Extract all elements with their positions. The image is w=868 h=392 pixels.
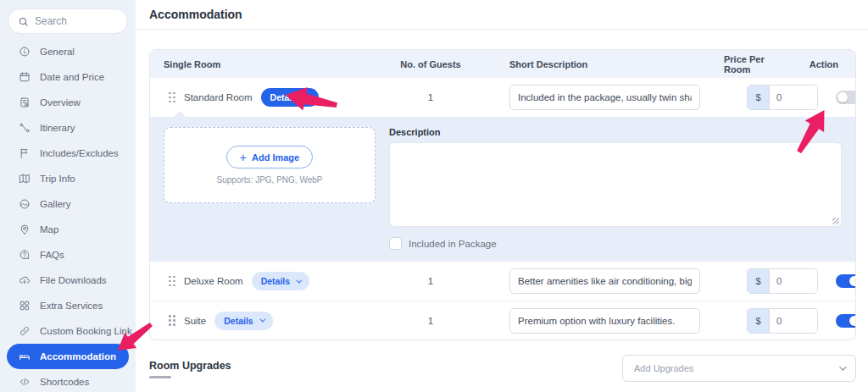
sidebar-item-map[interactable]: Map xyxy=(7,217,129,242)
room-enabled-toggle[interactable] xyxy=(836,274,856,288)
document-icon xyxy=(19,97,31,108)
map-icon xyxy=(19,173,31,185)
details-button-label: Details xyxy=(261,276,290,286)
sidebar-item-file-downloads[interactable]: File Downloads xyxy=(7,268,129,293)
add-upgrades-select[interactable]: Add Upgrades xyxy=(622,355,856,382)
sidebar-item-label: Date and Price xyxy=(40,72,104,82)
column-header-single-room: Single Room xyxy=(164,59,367,69)
image-upload-dropzone[interactable]: + Add Image Supports: JPG, PNG, WebP xyxy=(164,127,376,203)
page-title: Accommodation xyxy=(149,8,242,21)
room-details-panel: + Add Image Supports: JPG, PNG, WebP Des… xyxy=(150,117,855,262)
sidebar-item-label: General xyxy=(40,47,75,57)
table-row-standard-room: Standard Room Details 1 $ xyxy=(150,78,855,117)
chevron-up-icon xyxy=(304,96,310,102)
description-label: Description xyxy=(389,127,842,137)
table-row-suite: Suite Details 1 $ xyxy=(150,301,855,340)
sidebar-item-itinerary[interactable]: Itinerary xyxy=(7,115,129,141)
sidebar-item-label: Accommodation xyxy=(40,351,116,362)
details-button[interactable]: Details xyxy=(261,88,319,107)
guests-value: 1 xyxy=(367,92,494,102)
short-description-input[interactable] xyxy=(509,85,700,110)
room-enabled-toggle[interactable] xyxy=(836,314,856,328)
rooms-table: Single Room No. of Guests Short Descript… xyxy=(149,49,856,340)
guests-value: 1 xyxy=(367,276,494,286)
sidebar-item-includes-excludes[interactable]: Includes/Excludes xyxy=(7,141,129,166)
details-button[interactable]: Details xyxy=(214,312,272,330)
price-input[interactable] xyxy=(770,309,817,333)
sidebar-item-gallery[interactable]: Gallery xyxy=(7,191,129,217)
currency-prefix: $ xyxy=(748,86,770,109)
sidebar-item-accommodation[interactable]: Accommodation xyxy=(7,344,129,369)
details-button-label: Details xyxy=(224,316,253,326)
sidebar-item-faqs[interactable]: FAQs xyxy=(7,242,129,268)
sidebar-item-custom-booking-link[interactable]: Custom Booking Link xyxy=(7,318,129,344)
bed-icon xyxy=(19,351,31,362)
short-description-input[interactable] xyxy=(509,308,700,334)
add-upgrades-placeholder: Add Upgrades xyxy=(634,363,693,373)
sidebar-item-label: Map xyxy=(40,224,58,235)
price-input-group: $ xyxy=(747,308,818,334)
sidebar-item-general[interactable]: General xyxy=(7,39,129,64)
search-input[interactable] xyxy=(35,15,118,27)
sidebar-item-shortcodes[interactable]: Shortcodes xyxy=(7,369,129,392)
sidebar: General Date and Price Overview Itinerar… xyxy=(0,0,136,392)
price-input-group: $ xyxy=(747,268,818,294)
included-in-package-label: Included in Package xyxy=(409,239,497,249)
flag-icon xyxy=(19,147,31,159)
sidebar-item-label: Itinerary xyxy=(40,123,75,133)
price-input[interactable] xyxy=(770,86,817,109)
link-icon xyxy=(19,325,31,337)
room-name: Standard Room xyxy=(184,92,253,102)
calendar-icon xyxy=(19,71,31,83)
sidebar-item-label: Includes/Excludes xyxy=(40,148,119,158)
column-header-description: Short Description xyxy=(494,59,677,69)
grid-icon xyxy=(19,300,31,312)
add-image-button[interactable]: + Add Image xyxy=(226,146,313,168)
chevron-down-icon xyxy=(259,317,265,323)
route-icon xyxy=(19,122,31,134)
room-upgrades-title: Room Upgrades xyxy=(149,355,231,378)
add-image-label: Add Image xyxy=(252,152,299,163)
details-button[interactable]: Details xyxy=(252,272,309,290)
question-bubble-icon xyxy=(19,249,31,261)
room-name: Deluxe Room xyxy=(184,276,243,286)
room-name: Suite xyxy=(184,316,206,326)
room-enabled-toggle[interactable] xyxy=(836,91,856,104)
included-in-package-checkbox[interactable] xyxy=(389,237,402,250)
currency-prefix: $ xyxy=(748,309,770,333)
sidebar-item-trip-info[interactable]: Trip Info xyxy=(7,166,129,191)
info-icon xyxy=(19,46,31,58)
location-pin-icon xyxy=(19,224,31,235)
guests-value: 1 xyxy=(367,316,494,326)
chevron-down-icon xyxy=(839,363,846,370)
chevron-down-icon xyxy=(296,277,302,283)
supported-formats-text: Supports: JPG, PNG, WebP xyxy=(217,175,323,185)
column-header-price: Price Per Room xyxy=(677,54,779,75)
sidebar-item-overview[interactable]: Overview xyxy=(7,90,129,115)
search-box[interactable] xyxy=(8,8,128,34)
price-input-group: $ xyxy=(747,85,818,110)
drag-handle-icon[interactable] xyxy=(169,92,175,103)
short-description-input[interactable] xyxy=(509,268,700,294)
main-content: Accommodation Single Room No. of Guests … xyxy=(136,0,868,392)
price-input[interactable] xyxy=(770,269,817,293)
sidebar-item-label: Trip Info xyxy=(40,174,75,184)
description-textarea[interactable] xyxy=(389,142,842,227)
drag-handle-icon[interactable] xyxy=(169,276,175,287)
sidebar-item-label: Gallery xyxy=(40,199,70,209)
table-row-deluxe-room: Deluxe Room Details 1 $ xyxy=(150,262,855,301)
column-header-action: Action xyxy=(779,59,842,69)
drag-handle-icon[interactable] xyxy=(169,315,175,326)
sidebar-item-label: FAQs xyxy=(40,250,64,260)
room-upgrades-section: Room Upgrades Add Upgrades xyxy=(149,355,856,382)
table-header-row: Single Room No. of Guests Short Descript… xyxy=(150,50,855,78)
code-icon xyxy=(19,376,31,388)
sidebar-item-label: Custom Booking Link xyxy=(40,326,132,336)
sidebar-item-label: Shortcodes xyxy=(40,377,89,387)
sidebar-item-date-and-price[interactable]: Date and Price xyxy=(7,64,129,90)
page-header: Accommodation xyxy=(136,0,868,30)
sidebar-item-extra-services[interactable]: Extra Services xyxy=(7,293,129,318)
currency-prefix: $ xyxy=(748,269,770,293)
sidebar-item-label: File Downloads xyxy=(40,275,107,285)
sidebar-item-label: Extra Services xyxy=(40,301,103,311)
